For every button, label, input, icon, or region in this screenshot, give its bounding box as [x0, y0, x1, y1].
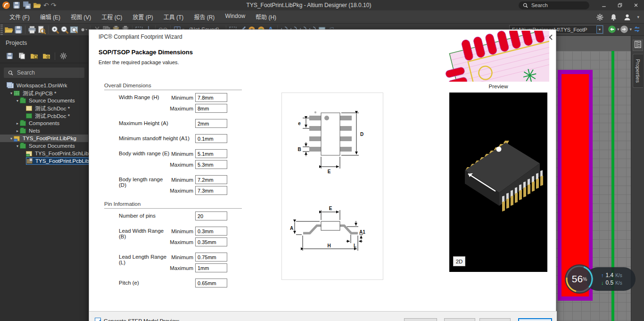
field-label: Width Range (H): [104, 93, 170, 113]
preview-2d-toggle-button[interactable]: 2D: [453, 256, 465, 266]
preview-label: Preview: [449, 84, 547, 89]
input-body-length-range-d-minimum[interactable]: [195, 175, 227, 184]
open-folder-icon[interactable]: [33, 1, 41, 9]
menu-item-6[interactable]: 报告 (R): [189, 11, 219, 23]
redo-icon[interactable]: ↷: [51, 2, 57, 8]
finish-button[interactable]: Finish: [518, 318, 552, 321]
tree-expander-icon[interactable]: ▾: [15, 144, 20, 148]
field-sublabel: Minimum: [170, 151, 193, 157]
zoom-in-icon[interactable]: [50, 25, 60, 34]
menubar-right-icons: ▾: [596, 10, 639, 24]
field-label: Body length range (D): [104, 175, 170, 195]
tree-item-label: 测试.PrjPCB *: [21, 89, 58, 97]
save-all-icon[interactable]: [23, 1, 31, 9]
nav-back-icon[interactable]: [608, 25, 616, 34]
input-width-range-h-maximum[interactable]: [195, 104, 227, 113]
folder-icon: [20, 98, 26, 103]
menu-item-3[interactable]: 工程 (C): [97, 11, 127, 23]
panels-toggle-button[interactable]: [633, 40, 643, 51]
user-dropdown-caret-icon[interactable]: ▾: [637, 15, 639, 19]
field-label: Minimum standoff height (A1): [104, 134, 195, 143]
tree-expander-icon[interactable]: ▾: [9, 136, 14, 141]
save-icon[interactable]: [12, 1, 21, 9]
input-lead-length-range-l-maximum[interactable]: [195, 263, 227, 272]
tree-expander-icon[interactable]: ▾: [15, 99, 20, 103]
tree-item-4[interactable]: 测试.PcbDoc *: [0, 112, 88, 119]
input-body-width-range-e-maximum[interactable]: [195, 160, 227, 169]
menu-item-5[interactable]: 工具 (T): [159, 11, 189, 23]
open-document-icon[interactable]: [4, 25, 14, 34]
next-button[interactable]: Next >: [479, 318, 511, 321]
menu-item-7[interactable]: Window: [220, 11, 250, 23]
zoom-out-icon[interactable]: [60, 25, 69, 34]
project-options-icon[interactable]: [42, 52, 50, 60]
preview-3d-view[interactable]: 2D: [449, 93, 547, 272]
tree-item-label: 测试.PcbDoc *: [33, 112, 71, 119]
project-save-icon[interactable]: [6, 52, 14, 60]
tree-item-label: Workspace1.DsnWrk: [15, 83, 69, 88]
menu-item-8[interactable]: 帮助 (H): [251, 11, 281, 23]
nav-forward-caret-icon[interactable]: ▾: [629, 27, 632, 32]
right-panel-strip: Properties: [631, 36, 644, 321]
zoom-selected-icon[interactable]: [79, 25, 88, 34]
pcb-pad-red[interactable]: [561, 74, 589, 296]
projects-toolbar: [0, 46, 88, 63]
zoom-area-icon[interactable]: [69, 25, 79, 34]
section-header-0: Overall Dimensions: [104, 83, 242, 90]
tree-expander-icon[interactable]: ▸: [15, 129, 20, 133]
altium-logo-icon[interactable]: [2, 1, 10, 9]
tree-item-8[interactable]: ▾Source Documents: [0, 142, 88, 150]
input-width-range-h-minimum[interactable]: [195, 93, 227, 102]
global-search-input[interactable]: Search: [519, 1, 589, 9]
tree-item-9[interactable]: TYS_FootPrint.SchLib: [0, 150, 88, 157]
tree-item-7[interactable]: ▾TYS_FootPrint.LibPkg: [0, 135, 88, 142]
tree-item-5[interactable]: ▸Components: [0, 119, 88, 127]
tree-expander-icon[interactable]: ▸: [15, 121, 20, 126]
input-lead-length-range-l-minimum[interactable]: [195, 253, 227, 262]
generate-step-checkbox-row[interactable]: Generate STEP Model Preview: [95, 318, 179, 321]
refresh-icon[interactable]: [633, 25, 641, 34]
undo-icon[interactable]: ↶: [43, 2, 49, 8]
menu-item-2[interactable]: 视图 (V): [66, 11, 96, 23]
tree-item-label: TYS_FootPrint.PcbLib: [34, 158, 91, 164]
generate-step-checkbox[interactable]: [95, 318, 101, 321]
cancel-button[interactable]: Cancel: [404, 318, 437, 321]
tree-item-10[interactable]: TYS_FootPrint.PcbLib: [0, 157, 88, 165]
nav-back-caret-icon[interactable]: ▾: [617, 27, 619, 32]
tree-item-0[interactable]: Workspace1.DsnWrk: [0, 82, 88, 89]
minimize-button[interactable]: [596, 0, 612, 10]
menu-item-4[interactable]: 放置 (P): [128, 11, 157, 23]
tree-item-6[interactable]: ▸Nets: [0, 127, 88, 135]
properties-tab[interactable]: Properties: [633, 54, 643, 88]
notifications-bell-icon[interactable]: [610, 13, 618, 21]
close-button[interactable]: [628, 0, 644, 10]
input-maximum-height-a[interactable]: [195, 119, 227, 128]
tree-item-1[interactable]: ▾测试.PrjPCB *: [0, 89, 88, 97]
print-preview-icon[interactable]: [37, 25, 46, 34]
settings-gear-icon[interactable]: [596, 13, 604, 21]
tree-expander-icon[interactable]: ▾: [9, 91, 14, 95]
user-profile-icon[interactable]: [623, 13, 631, 21]
menu-item-0[interactable]: 文件 (F): [5, 11, 34, 23]
panel-settings-gear-icon[interactable]: [59, 52, 67, 60]
project-explore-icon[interactable]: [30, 52, 38, 60]
input-lead-width-range-b-maximum[interactable]: [195, 237, 227, 246]
save-document-icon[interactable]: [14, 25, 23, 34]
tree-item-3[interactable]: 测试.SchDoc *: [0, 104, 88, 112]
input-number-of-pins[interactable]: [195, 211, 227, 220]
back-button[interactable]: < Back: [444, 318, 475, 321]
nav-forward-icon[interactable]: [620, 25, 628, 34]
menu-item-1[interactable]: 编辑 (E): [35, 11, 65, 23]
restore-button[interactable]: [612, 0, 628, 10]
input-minimum-standoff-height-a1[interactable]: [195, 134, 227, 143]
input-body-length-range-d-maximum[interactable]: [195, 186, 227, 195]
input-pitch-e[interactable]: [195, 279, 227, 287]
path-dropdown-caret-icon[interactable]: ▾: [596, 25, 603, 34]
input-lead-width-range-b-minimum[interactable]: [195, 227, 227, 236]
tree-item-2[interactable]: ▾Source Documents: [0, 97, 88, 104]
input-body-width-range-e-minimum[interactable]: [195, 149, 227, 158]
project-compile-icon[interactable]: [18, 52, 26, 60]
projects-search-input[interactable]: Search: [4, 68, 84, 78]
print-icon[interactable]: [27, 25, 37, 34]
projects-panel-title: Projects: [0, 36, 88, 46]
